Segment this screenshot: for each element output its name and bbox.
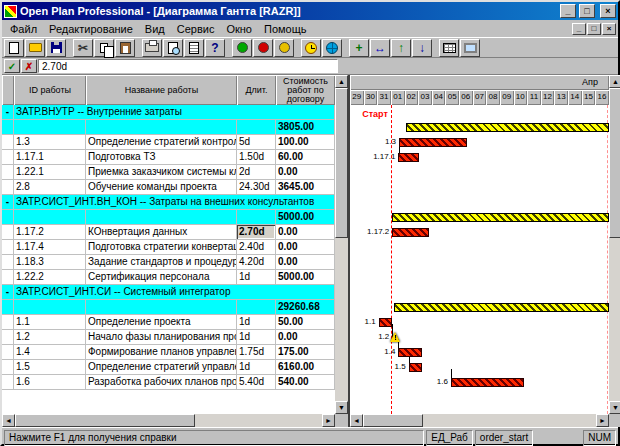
task-bar[interactable] [398,153,418,162]
add-activity-button[interactable]: + [349,39,369,57]
task-bar[interactable] [451,378,525,387]
accept-edit-button[interactable]: ✓ [4,59,20,73]
scroll-right-icon[interactable]: ► [596,414,609,427]
cell-cost[interactable]: 5000.00 [276,270,335,285]
scroll-left-icon[interactable]: ◄ [350,414,363,427]
help-button[interactable]: ? [205,39,225,57]
cell-activity-id[interactable]: 1.18.3 [14,255,86,270]
cut-button[interactable]: ✂ [73,39,93,57]
cell-activity-id[interactable]: 1.22.1 [14,165,86,180]
cell-duration[interactable]: 4.20d [237,255,276,270]
menu-item-Сервис[interactable]: Сервис [171,22,221,36]
cell-cost[interactable]: 50.00 [276,315,335,330]
outline-cell[interactable] [2,345,14,360]
section-title[interactable]: ЗАТР.СИСТ_ИНТ.ВН_КОН -- Затраты на внешн… [14,195,335,210]
cell-cost[interactable]: 0.00 [276,330,335,345]
cell-activity-name[interactable]: КОнвертация данных [86,225,237,240]
cell-activity-id[interactable]: 1.17.4 [14,240,86,255]
table-row[interactable]: 1.17.4Подготовка стратегии конвертации2.… [2,240,335,255]
app-icon[interactable] [4,5,17,18]
print-button[interactable] [142,39,162,57]
table-row[interactable]: 1.17.2КОнвертация данных2.70d0.00 [2,225,335,240]
title-bar[interactable]: Open Plan Professional - [Диаграмма Гант… [2,2,618,20]
table-row[interactable]: 1.22.1Приемка заказчиком системы клиент2… [2,165,335,180]
minimize-button[interactable]: _ [560,4,576,18]
cell-activity-name[interactable]: Подготовка ТЗ [86,150,237,165]
outline-cell[interactable] [2,300,14,315]
table-view-button[interactable] [439,39,459,57]
summary-bar[interactable] [406,123,609,132]
outline-cell[interactable] [2,120,14,135]
cell-cost[interactable]: 5000.00 [276,210,335,225]
mdi-restore-button[interactable]: □ [587,23,601,35]
cell-duration[interactable]: 24.30d [237,180,276,195]
cell-activity-name[interactable]: Определение стратегий управления и [86,360,237,375]
cell-activity-name[interactable] [86,120,237,135]
outline-cell[interactable] [2,225,14,240]
table-row[interactable]: 3805.00 [2,120,335,135]
table-row[interactable]: 2.8Обучение команды проекта24.30d3645.00 [2,180,335,195]
cell-duration[interactable]: 2.40d [237,240,276,255]
clock-button[interactable] [301,39,321,57]
mdi-close-button[interactable]: × [602,23,616,35]
cell-activity-id[interactable]: 1.17.2 [14,225,86,240]
cell-activity-name[interactable] [86,300,237,315]
column-header-outline[interactable] [2,75,14,105]
outline-toggle[interactable]: - [2,195,14,210]
section-title[interactable]: ЗАТР.ВНУТР -- Внутренние затраты [14,105,335,120]
cell-duration[interactable] [237,300,276,315]
cell-cost[interactable]: 0.00 [276,240,335,255]
cell-cost[interactable]: 29260.68 [276,300,335,315]
resource-analysis-button[interactable] [253,39,273,57]
move-down-button[interactable]: ↓ [412,39,432,57]
scrollbar-thumb[interactable] [335,88,348,238]
outline-cell[interactable] [2,150,14,165]
cell-duration[interactable] [237,210,276,225]
outline-cell[interactable] [2,180,14,195]
scrollbar-thumb[interactable] [15,414,195,427]
cell-duration[interactable]: 2.70d [237,225,276,240]
cell-cost[interactable]: 0.00 [276,255,335,270]
cell-cost[interactable]: 0.00 [276,165,335,180]
cell-activity-name[interactable]: Формирование планов управления [86,345,237,360]
cell-activity-id[interactable]: 1.22.2 [14,270,86,285]
cell-activity-id[interactable]: 1.1 [14,315,86,330]
table-vertical-scrollbar[interactable]: ▲ ▼ [335,75,348,414]
scroll-up-icon[interactable]: ▲ [335,75,348,88]
menu-item-Файл[interactable]: Файл [4,22,43,36]
menu-item-Вид[interactable]: Вид [139,22,171,36]
column-header-name[interactable]: Название работы [86,75,237,105]
cell-activity-id[interactable]: 1.3 [14,135,86,150]
cell-activity-name[interactable]: Приемка заказчиком системы клиент [86,165,237,180]
cell-activity-id[interactable]: 1.5 [14,360,86,375]
outline-cell[interactable] [2,255,14,270]
gantt-vertical-scrollbar[interactable]: ▲ ▼ [609,75,620,414]
cell-cost[interactable]: 3645.00 [276,180,335,195]
cell-activity-id[interactable] [14,300,86,315]
cell-activity-name[interactable]: Обучение команды проекта [86,180,237,195]
column-header-id[interactable]: ID работы [14,75,86,105]
cell-activity-name[interactable]: Определение проекта [86,315,237,330]
cell-activity-name[interactable]: Разработка рабочих планов проекта [86,375,237,390]
paste-button[interactable] [115,39,135,57]
cell-duration[interactable]: 1d [237,360,276,375]
cell-cost[interactable]: 100.00 [276,135,335,150]
table-row[interactable]: 1.1Определение проекта1d50.00 [2,315,335,330]
table-row[interactable]: 5000.00 [2,210,335,225]
cost-analysis-button[interactable] [274,39,294,57]
move-up-button[interactable]: ↑ [391,39,411,57]
cell-cost[interactable]: 6160.00 [276,360,335,375]
maximize-button[interactable]: □ [579,4,595,18]
properties-button[interactable] [184,39,204,57]
cell-duration[interactable] [237,120,276,135]
task-bar[interactable] [409,363,423,372]
table-row[interactable]: 1.22.2Сертификация персонала1d5000.00 [2,270,335,285]
cell-cost[interactable]: 175.00 [276,345,335,360]
outline-cell[interactable] [2,165,14,180]
globe-button[interactable] [322,39,342,57]
edit-value-input[interactable] [38,59,338,73]
cell-activity-id[interactable]: 1.6 [14,375,86,390]
menu-item-Редактирование[interactable]: Редактирование [43,22,139,36]
column-header-cost[interactable]: Стоимость работ по договору [276,75,335,105]
column-header-duration[interactable]: Длит. [237,75,276,105]
